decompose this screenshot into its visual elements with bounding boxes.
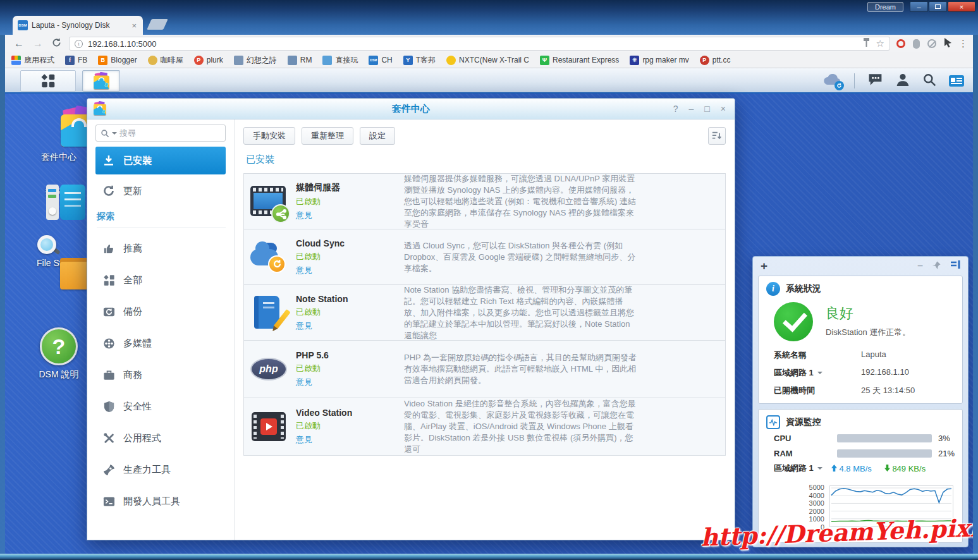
dragon-icon [322,56,332,65]
extension-mouse-icon[interactable] [913,39,920,49]
sidebar-item-recommended[interactable]: 推薦 [95,237,226,260]
browser-menu-icon[interactable]: ⋮ [958,38,968,49]
bookmark-item[interactable]: Pptt.cc [700,56,731,65]
coffee-icon [148,56,157,65]
bookmark-item[interactable]: DSMCH [369,56,392,65]
window-minimize-button[interactable]: – [910,1,928,12]
collapse-widget-button[interactable]: − [917,260,923,272]
search-input[interactable] [119,128,221,138]
widget-header: + − [753,257,968,276]
sidebar-item-update[interactable]: 更新 [95,180,226,202]
video-station-icon [249,407,288,446]
bookmark-item[interactable]: Pplurk [194,56,223,65]
search-icon[interactable] [922,73,936,89]
bookmark-item[interactable]: 咖啡屋 [148,55,183,66]
sidebar-item-developer-tools[interactable]: 開發人員工具 [95,490,226,513]
settings-button[interactable]: 設定 [360,127,395,145]
sort-button[interactable] [708,127,726,145]
package-row-video-station[interactable]: Video Station 已啟動 意見 Video Station 是絕佳的影… [244,398,725,455]
help-icon: ? [40,327,78,365]
sidebar-item-backup[interactable]: 備份 [95,300,226,323]
pin-icon[interactable] [932,260,941,272]
feedback-link[interactable]: 意見 [296,434,404,446]
close-button[interactable]: × [721,104,726,113]
widget-panel: + − i 系統狀況 良好 DiskStation 運作正常。 系統名稱 Lap… [752,256,969,547]
bookmark-item[interactable]: fFB [65,56,87,65]
desktop-icon-file-station[interactable]: File Station [28,254,89,268]
feedback-link[interactable]: 意見 [296,265,404,276]
minimize-button[interactable]: – [689,104,694,113]
sidebar-item-business[interactable]: 商務 [95,363,226,386]
cpu-row: CPU 3% [774,434,791,443]
reload-icon[interactable] [52,38,61,49]
package-row-cloud-sync[interactable]: Cloud Sync 已啟動 意見 透過 Cloud Sync，您可以在 Dis… [244,229,725,285]
dsm-icon: DSM [369,56,378,65]
address-bar[interactable]: i 192.168.1.10:5000 ☆ [69,37,890,51]
refresh-button[interactable]: 重新整理 [302,127,353,145]
forward-icon[interactable]: → [33,39,43,49]
bookmark-item[interactable]: BBlogger [98,56,137,65]
url-text[interactable]: 192.168.1.10:5000 [88,39,858,49]
package-row-note-station[interactable]: Note Station 已啟動 意見 Note Station 協助您盡情書寫… [244,285,725,341]
bookmark-item[interactable]: NXTC(New X-Trail C [446,56,529,65]
new-tab-button[interactable] [147,19,168,30]
sidebar-item-installed[interactable]: 已安裝 [95,147,226,174]
bookmark-item[interactable]: YT客邦 [403,55,436,66]
dock-side-icon[interactable] [950,260,960,272]
search-filter-caret-icon[interactable] [112,132,117,135]
sidebar-item-security[interactable]: 安全性 [95,395,226,418]
bookmark-item[interactable]: RM [288,56,312,65]
extension-o-icon[interactable] [896,39,905,48]
sidebar-item-all[interactable]: 全部 [95,269,226,291]
package-row-php[interactable]: php PHP 5.6 已啟動 意見 PHP 為一套開放原始碼的指令碼語言，其目… [244,341,725,398]
bookmark-item[interactable]: 幻想之詩 [234,55,277,66]
notifications-icon[interactable] [867,73,883,89]
manual-install-button[interactable]: 手動安裝 [243,127,295,145]
desktop-icon-dsm-help[interactable]: ? DSM 說明 [28,327,89,380]
info-row: 系統名稱 Laputa [774,350,886,361]
feedback-link[interactable]: 意見 [296,320,404,332]
sidebar-item-multimedia[interactable]: 多媒體 [95,332,226,355]
bookmark-item[interactable]: ❋rpg maker mv [630,56,688,65]
package-center-icon [93,102,107,116]
bookmark-apps[interactable]: 應用程式 [11,55,54,66]
package-status: 已啟動 [296,420,404,432]
sort-icon [712,131,722,141]
bookmark-star-icon[interactable]: ☆ [876,38,884,49]
extension-blocker-icon[interactable] [927,39,936,48]
info-icon: i [766,282,780,296]
help-button[interactable]: ? [673,104,678,113]
browser-tab[interactable]: DSM Laputa - Synology Disk × [13,16,143,35]
tools-icon [102,431,116,445]
bookmark-item[interactable]: ΨRestaurant Express [540,56,619,65]
main-menu-button[interactable] [20,70,76,92]
package-list: 媒體伺服器 已啟動 意見 媒體伺服器提供多媒體服務，可讓您透過 DLNA/UPn… [243,173,726,456]
extension-cursor-icon[interactable] [944,38,952,50]
taskbar-package-center-button[interactable] [82,70,120,92]
profile-button[interactable]: Dream [867,2,903,12]
search-box[interactable] [95,125,226,142]
desktop-icon-control-panel[interactable]: 控制台 [28,182,89,197]
maximize-button[interactable]: □ [704,104,709,113]
bookmark-item[interactable]: 直接玩 [322,55,358,66]
network-dropdown-caret-icon[interactable] [817,467,822,470]
add-widget-button[interactable]: + [761,259,767,273]
tab-close-icon[interactable]: × [130,21,138,30]
window-maximize-button[interactable] [929,1,947,12]
desktop-icon-package-center[interactable]: 套件中心 [28,107,89,163]
chart-y-tick: 2000 [809,508,824,515]
package-row-media-server[interactable]: 媒體伺服器 已啟動 意見 媒體伺服器提供多媒體服務，可讓您透過 DLNA/UPn… [244,174,725,229]
sidebar-item-productivity[interactable]: 生產力工具 [95,458,226,481]
widgets-panel-icon[interactable] [949,75,964,87]
cloud-sync-status-icon[interactable] [822,73,841,88]
feedback-link[interactable]: 意見 [296,377,404,388]
sidebar-item-utilities[interactable]: 公用程式 [95,427,226,449]
user-icon[interactable] [896,73,910,89]
back-icon[interactable]: ← [14,39,24,49]
page-info-icon[interactable]: i [75,40,83,48]
feedback-link[interactable]: 意見 [296,210,404,221]
save-page-icon[interactable] [863,38,870,49]
window-titlebar[interactable]: 套件中心 ? – □ × [87,99,735,119]
download-rate: 849 KB/s [884,464,926,473]
window-close-button[interactable]: × [948,1,975,12]
